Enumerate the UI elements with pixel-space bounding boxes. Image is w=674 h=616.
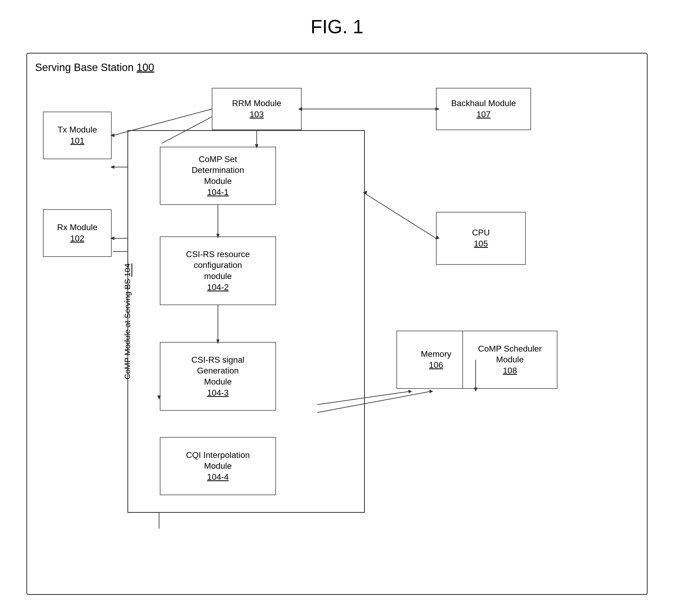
rx-module-box: Rx Module 102 (43, 209, 112, 257)
station-label: Serving Base Station 100 (35, 62, 154, 73)
svg-marker-21 (409, 390, 412, 393)
svg-marker-13 (111, 166, 114, 169)
comp-scheduler-box: CoMP Scheduler Module 108 (462, 331, 557, 389)
cqi-box: CQI InterpolationModule 104-4 (160, 437, 276, 495)
rrm-module-box: RRM Module 103 (212, 88, 302, 130)
svg-marker-23 (430, 390, 433, 393)
csi-rs-config-box: CSI-RS resourceconfigurationmodule 104-2 (160, 236, 276, 305)
csi-rs-signal-box: CSI-RS signalGenerationModule 104-3 (160, 342, 276, 411)
backhaul-module-box: Backhaul Module 107 (436, 88, 531, 130)
diagram-container: Serving Base Station 100 RRM Module 103 … (26, 53, 648, 595)
comp-set-box: CoMP SetDeterminationModule 104-1 (160, 147, 276, 205)
cpu-box: CPU 105 (436, 212, 526, 265)
comp-side-label: CoMP Module at Serving BS 104 (123, 264, 132, 380)
tx-module-box: Tx Module 101 (43, 112, 112, 159)
page-title: FIG. 1 (0, 0, 674, 48)
comp-outer-box: CoMP Module at Serving BS 104 CoMP SetDe… (127, 130, 365, 513)
svg-line-17 (365, 193, 436, 238)
